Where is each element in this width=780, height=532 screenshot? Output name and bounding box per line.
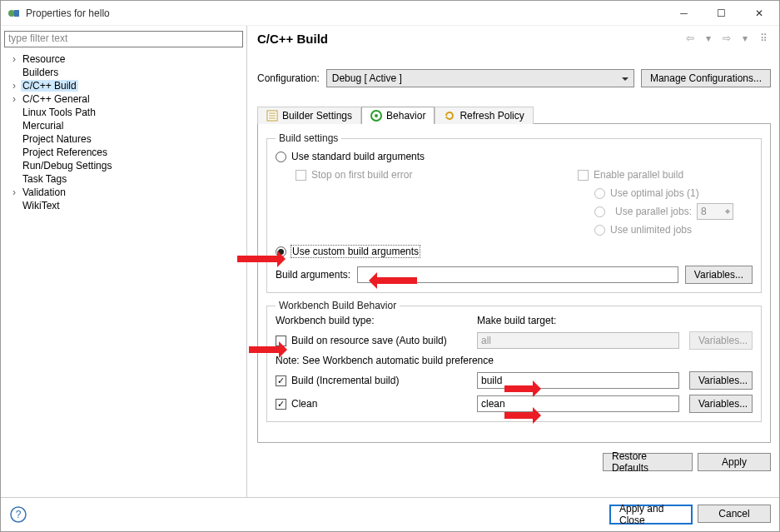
tree-item-builders[interactable]: Builders [4, 66, 243, 79]
use-unlimited-radio: Use unlimited jobs [578, 221, 753, 239]
minimize-button[interactable]: ─ [665, 1, 703, 25]
filter-input[interactable]: type filter text [4, 31, 243, 47]
svg-text:?: ? [16, 509, 22, 520]
use-optimal-radio: Use optimal jobs (1) [578, 184, 753, 202]
view-menu-icon[interactable]: ⠿ [756, 31, 771, 46]
parallel-jobs-stepper: 8 [697, 203, 733, 220]
wb-type-label: Workbench build type: [276, 315, 467, 326]
window-icon [7, 7, 21, 20]
tree-item-wikitext[interactable]: WikiText [4, 199, 243, 212]
build-args-variables-button[interactable]: Variables... [685, 266, 753, 284]
tree-item-mercurial[interactable]: Mercurial [4, 119, 243, 132]
wb-target-label: Make build target: [477, 315, 679, 326]
svg-point-0 [8, 10, 15, 17]
window-title: Properties for hello [26, 7, 110, 19]
clean-check[interactable]: Clean [276, 395, 467, 413]
incremental-variables-button[interactable]: Variables... [689, 371, 753, 390]
forward-menu-icon[interactable]: ▾ [738, 31, 753, 46]
clean-variables-button[interactable]: Variables... [689, 395, 753, 413]
auto-build-note: Note: See Workbench automatic build pref… [276, 355, 753, 366]
auto-build-check[interactable]: Build on resource save (Auto build) [276, 331, 467, 350]
tree-item-linux-tools[interactable]: Linux Tools Path [4, 106, 243, 119]
apply-close-button[interactable]: Apply and Close [609, 505, 693, 525]
tab-builder-settings[interactable]: Builder Settings [257, 107, 361, 124]
svg-rect-1 [14, 10, 19, 17]
tree-item-resource[interactable]: ›Resource [4, 52, 243, 66]
close-button[interactable]: ✕ [740, 1, 778, 25]
cancel-button[interactable]: Cancel [698, 505, 771, 523]
apply-button[interactable]: Apply [698, 453, 771, 471]
tab-behavior[interactable]: Behavior [361, 107, 435, 124]
auto-build-variables-button: Variables... [689, 331, 753, 350]
tree-item-project-refs[interactable]: Project References [4, 146, 243, 159]
back-icon[interactable]: ⇦ [683, 31, 698, 46]
svg-point-7 [375, 114, 378, 117]
help-icon[interactable]: ? [9, 505, 27, 524]
list-icon [266, 110, 278, 122]
forward-icon[interactable]: ⇨ [719, 31, 734, 46]
maximize-button[interactable]: ☐ [703, 1, 740, 25]
config-label: Configuration: [257, 72, 320, 84]
refresh-icon [444, 110, 455, 122]
enable-parallel-check: Enable parallel build [578, 166, 753, 184]
tree-item-task-tags[interactable]: Task Tags [4, 172, 243, 186]
use-custom-radio[interactable]: Use custom build arguments [276, 242, 753, 261]
page-title: C/C++ Build [257, 32, 328, 46]
build-settings-group: Build settings Use standard build argume… [266, 132, 762, 293]
build-args-input[interactable] [357, 266, 678, 283]
incremental-target-input[interactable]: build [477, 372, 679, 389]
back-menu-icon[interactable]: ▾ [701, 31, 716, 46]
tree-item-cpp-build[interactable]: ›C/C++ Build [4, 79, 243, 92]
build-args-label: Build arguments: [276, 269, 350, 281]
tree-item-run-debug[interactable]: Run/Debug Settings [4, 159, 243, 172]
restore-defaults-button[interactable]: Restore Defaults [603, 453, 693, 471]
tree-item-validation[interactable]: ›Validation [4, 186, 243, 199]
clean-target-input[interactable]: clean [477, 395, 679, 412]
config-select[interactable]: Debug [ Active ] [326, 69, 634, 87]
tree-item-project-natures[interactable]: Project Natures [4, 132, 243, 146]
incremental-build-check[interactable]: Build (Incremental build) [276, 371, 467, 390]
auto-build-target-input: all [477, 332, 679, 349]
manage-configurations-button[interactable]: Manage Configurations... [641, 69, 771, 87]
tree-item-cpp-general[interactable]: ›C/C++ General [4, 92, 243, 106]
use-parallel-radio: Use parallel jobs: 8 [578, 202, 753, 221]
tab-refresh-policy[interactable]: Refresh Policy [435, 107, 533, 124]
svg-marker-8 [445, 116, 448, 118]
target-icon [370, 110, 382, 122]
nav-tree: ›Resource Builders ›C/C++ Build ›C/C++ G… [4, 52, 243, 212]
workbench-behavior-group: Workbench Build Behavior Workbench build… [266, 300, 762, 422]
use-standard-radio[interactable]: Use standard build arguments [276, 147, 753, 166]
stop-on-error-check: Stop on first build error [296, 166, 578, 184]
